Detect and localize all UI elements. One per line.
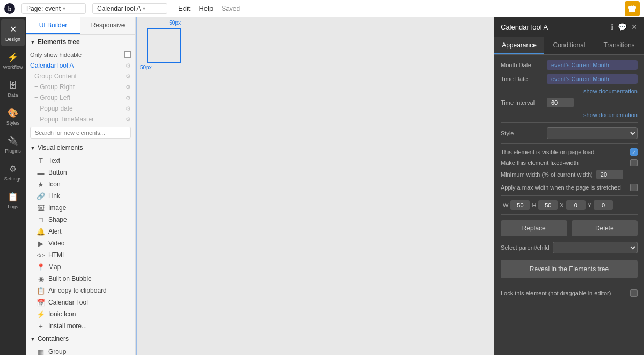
show-doc-time-interval[interactable]: show documentation — [501, 112, 638, 118]
tree-item-group-content[interactable]: Group Content ⚙ — [26, 71, 135, 82]
workflow-icon: ⚡ — [8, 52, 18, 63]
element-map[interactable]: 📍 Map — [26, 261, 135, 273]
max-width-checkbox[interactable] — [630, 184, 638, 191]
props-tabs: Appearance Conditional Transitions — [494, 37, 644, 55]
info-icon[interactable]: ℹ — [611, 23, 613, 31]
group-left-label: + Group Left — [34, 94, 70, 102]
tab-transitions[interactable]: Transitions — [594, 37, 644, 54]
saved-status: Saved — [222, 5, 240, 12]
tree-item-popup-date[interactable]: + Popup date ⚙ — [26, 103, 135, 114]
group-icon: ▦ — [36, 347, 45, 355]
sidebar-item-styles[interactable]: 🎨 Styles — [1, 103, 25, 130]
element-alert[interactable]: 🔔 Alert — [26, 226, 135, 237]
sidebar-item-logs[interactable]: 📋 Logs — [1, 187, 25, 214]
sidebar-item-design[interactable]: ✕ Design — [1, 19, 25, 46]
left-panel-tabs: UI Builder Responsive — [26, 17, 135, 35]
close-icon[interactable]: ✕ — [631, 23, 638, 31]
visual-elements-header[interactable]: ▼ Visual elements — [26, 141, 135, 155]
fixed-width-checkbox[interactable] — [630, 159, 638, 166]
gear-icon-5: ⚙ — [126, 105, 131, 112]
calendar-tool-label: CalendarTool A — [30, 62, 74, 69]
min-width-input[interactable] — [596, 170, 623, 179]
tree-item-calendar-tool[interactable]: CalendarTool A ⚙ — [26, 60, 135, 71]
min-width-label: Minimum width (% of current width) — [501, 171, 593, 178]
tab-conditional[interactable]: Conditional — [544, 37, 594, 54]
element-html[interactable]: </> HTML — [26, 249, 135, 261]
tree-item-popup-timemaster[interactable]: + Popup TimeMaster ⚙ — [26, 114, 135, 125]
canvas[interactable]: 50px 50px — [136, 17, 494, 355]
video-icon: ▶ — [36, 239, 45, 248]
sidebar-item-data[interactable]: 🗄 Data — [1, 75, 25, 102]
only-show-hideable-checkbox[interactable] — [124, 51, 131, 58]
height-label: 50px — [140, 64, 152, 70]
page-selector[interactable]: Page: event ▾ — [21, 3, 86, 14]
design-label: Design — [5, 37, 20, 42]
element-selection-box[interactable]: 50px — [147, 28, 181, 63]
tree-item-group-right[interactable]: + Group Right ⚙ — [26, 82, 135, 92]
element-group[interactable]: ▦ Group — [26, 346, 135, 355]
h-label: H — [532, 202, 536, 208]
topbar-right-btn[interactable] — [625, 1, 640, 16]
select-parent-dropdown[interactable] — [553, 242, 638, 253]
tool-selector[interactable]: CalendarTool A ▾ — [92, 3, 167, 14]
comment-icon[interactable]: 💬 — [618, 23, 627, 31]
element-video[interactable]: ▶ Video — [26, 237, 135, 249]
html-icon: </> — [36, 251, 45, 259]
element-shape[interactable]: □ Shape — [26, 214, 135, 226]
delete-button[interactable]: Delete — [572, 220, 638, 236]
image-icon: 🖼 — [36, 204, 45, 212]
element-air-copy[interactable]: 📋 Air copy to clipboard — [26, 285, 135, 296]
reveal-btn[interactable]: Reveal in the Elements tree — [501, 260, 638, 278]
element-link[interactable]: 🔗 Link — [26, 190, 135, 202]
style-select[interactable] — [547, 127, 638, 139]
sidebar-item-settings[interactable]: ⚙ Settings — [1, 159, 25, 186]
element-text[interactable]: T Text — [26, 155, 135, 166]
sidebar-item-workflow[interactable]: ⚡ Workflow — [1, 47, 25, 74]
replace-button[interactable]: Replace — [501, 220, 567, 236]
element-calendar-tool[interactable]: 📅 Calendar Tool — [26, 296, 135, 308]
visible-on-load-row: This element is visible on page load ✓ — [501, 148, 638, 156]
design-icon: ✕ — [8, 24, 18, 35]
visible-on-load-checkbox[interactable]: ✓ — [630, 148, 638, 156]
props-appearance-section: Month Date event's Current Month Time Da… — [494, 55, 644, 302]
element-built-on-bubble[interactable]: ◉ Built on Bubble — [26, 273, 135, 285]
width-label: 50px — [167, 19, 182, 26]
month-date-value-btn[interactable]: event's Current Month — [547, 60, 638, 70]
containers-header[interactable]: ▼ Containers — [26, 332, 135, 346]
edit-menu[interactable]: Edit — [178, 4, 190, 12]
x-input[interactable] — [566, 200, 586, 210]
time-interval-input[interactable] — [547, 98, 574, 107]
element-image[interactable]: 🖼 Image — [26, 202, 135, 214]
props-panel: CalendarTool A ℹ 💬 ✕ Appearance Conditio… — [494, 17, 644, 355]
tab-responsive[interactable]: Responsive — [80, 17, 135, 34]
y-input[interactable] — [594, 200, 613, 210]
elements-tree-header[interactable]: ▼ Elements tree — [26, 35, 135, 49]
style-row: Style — [501, 127, 638, 139]
popup-date-label: + Popup date — [34, 105, 73, 112]
time-date-value-btn[interactable]: event's Current Month — [547, 74, 638, 84]
map-label: Map — [48, 263, 61, 271]
clipboard-icon: 📋 — [36, 286, 45, 295]
style-label: Style — [501, 130, 544, 136]
fixed-width-row: Make this element fixed-width — [501, 159, 638, 166]
element-install-more[interactable]: + Install more... — [26, 320, 135, 332]
containers-arrow: ▼ — [30, 336, 35, 342]
w-input[interactable] — [510, 200, 530, 210]
help-menu[interactable]: Help — [199, 4, 213, 12]
element-button[interactable]: ▬ Button — [26, 166, 135, 178]
logs-icon: 📋 — [8, 192, 18, 202]
show-doc-time-date[interactable]: show documentation — [501, 88, 638, 95]
tab-appearance[interactable]: Appearance — [494, 37, 544, 54]
search-elements-input[interactable] — [30, 127, 131, 139]
icon-icon: ★ — [36, 180, 45, 189]
tree-item-group-left[interactable]: + Group Left ⚙ — [26, 92, 135, 103]
lock-checkbox[interactable] — [630, 289, 638, 297]
time-date-row: Time Date event's Current Month — [501, 74, 638, 84]
sidebar-item-plugins[interactable]: 🔌 Plugins — [1, 131, 25, 158]
h-input[interactable] — [538, 200, 558, 210]
coords-row: W H X Y — [501, 200, 638, 210]
topbar-nav: Edit Help Saved — [178, 4, 240, 12]
tab-ui-builder[interactable]: UI Builder — [26, 17, 80, 34]
element-ionic-icon[interactable]: ⚡ Ionic Icon — [26, 308, 135, 320]
element-icon[interactable]: ★ Icon — [26, 178, 135, 190]
